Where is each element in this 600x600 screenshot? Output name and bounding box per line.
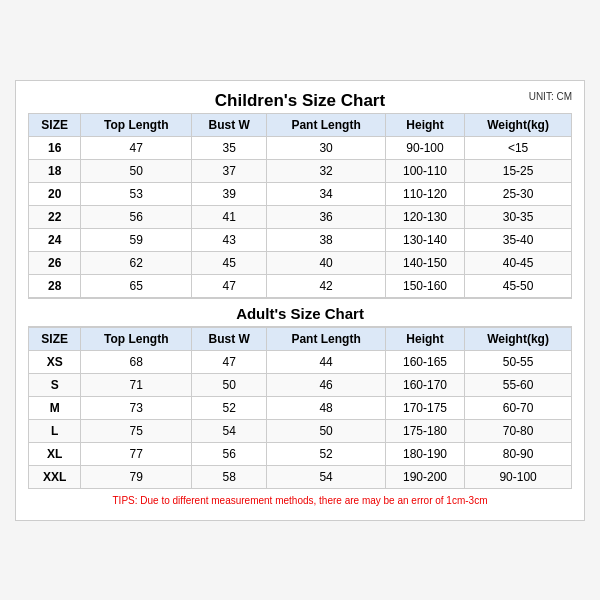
- adult-col-pant-length: Pant Length: [267, 327, 386, 350]
- adult-table: SIZE Top Length Bust W Pant Length Heigh…: [28, 327, 572, 489]
- table-row: XXL795854190-20090-100: [29, 465, 572, 488]
- chart-container: Children's Size Chart UNIT: CM SIZE Top …: [15, 80, 585, 521]
- table-row: 1647353090-100<15: [29, 136, 572, 159]
- adult-col-bust-w: Bust W: [192, 327, 267, 350]
- adult-col-size: SIZE: [29, 327, 81, 350]
- children-header-row: SIZE Top Length Bust W Pant Length Heigh…: [29, 113, 572, 136]
- unit-label: UNIT: CM: [529, 91, 572, 102]
- table-row: 20533934110-12025-30: [29, 182, 572, 205]
- main-title: Children's Size Chart UNIT: CM: [28, 91, 572, 111]
- children-section-title: Children's Size Chart: [215, 91, 385, 110]
- table-row: 18503732100-11015-25: [29, 159, 572, 182]
- col-header-weight: Weight(kg): [465, 113, 572, 136]
- adult-header-row: SIZE Top Length Bust W Pant Length Heigh…: [29, 327, 572, 350]
- col-header-size: SIZE: [29, 113, 81, 136]
- table-row: XL775652180-19080-90: [29, 442, 572, 465]
- table-row: XS684744160-16550-55: [29, 350, 572, 373]
- adult-section-table: Adult's Size Chart: [28, 298, 572, 327]
- adult-col-weight: Weight(kg): [465, 327, 572, 350]
- children-table: SIZE Top Length Bust W Pant Length Heigh…: [28, 113, 572, 298]
- adult-section-title: Adult's Size Chart: [28, 298, 572, 326]
- table-row: 26624540140-15040-45: [29, 251, 572, 274]
- table-row: 28654742150-16045-50: [29, 274, 572, 297]
- table-row: L755450175-18070-80: [29, 419, 572, 442]
- table-row: S715046160-17055-60: [29, 373, 572, 396]
- adult-tbody: XS684744160-16550-55S715046160-17055-60M…: [29, 350, 572, 488]
- adult-section-title-row: Adult's Size Chart: [28, 298, 572, 326]
- tips-row: TIPS: Due to different measurement metho…: [28, 489, 572, 510]
- col-header-bust-w: Bust W: [192, 113, 267, 136]
- adult-col-top-length: Top Length: [81, 327, 192, 350]
- table-row: 24594338130-14035-40: [29, 228, 572, 251]
- adult-col-height: Height: [385, 327, 464, 350]
- table-row: 22564136120-13030-35: [29, 205, 572, 228]
- tips-text: TIPS: Due to different measurement metho…: [28, 489, 572, 510]
- children-tbody: 1647353090-100<1518503732100-11015-25205…: [29, 136, 572, 297]
- col-header-pant-length: Pant Length: [267, 113, 386, 136]
- table-row: M735248170-17560-70: [29, 396, 572, 419]
- tips-table: TIPS: Due to different measurement metho…: [28, 489, 572, 510]
- col-header-top-length: Top Length: [81, 113, 192, 136]
- col-header-height: Height: [385, 113, 464, 136]
